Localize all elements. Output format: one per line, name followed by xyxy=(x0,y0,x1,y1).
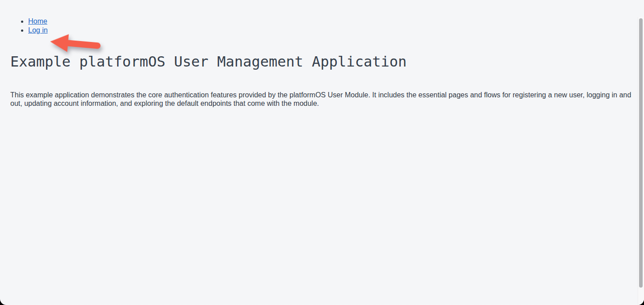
scrollbar[interactable] xyxy=(638,17,644,305)
bottom-window-shadow xyxy=(0,303,644,305)
nav-link-login[interactable]: Log in xyxy=(28,26,48,34)
page-content: Home Log in Example platformOS User Mana… xyxy=(0,17,644,305)
nav-link-home[interactable]: Home xyxy=(28,17,47,25)
scrollbar-thumb[interactable] xyxy=(639,18,643,288)
page-title: Example platformOS User Management Appli… xyxy=(10,53,634,70)
page-description: This example application demonstrates th… xyxy=(10,91,634,108)
nav-list-item: Home xyxy=(28,17,634,26)
annotation-arrow-icon xyxy=(48,31,103,56)
arrow-shape xyxy=(49,33,98,54)
nav-list-item: Log in xyxy=(28,26,634,35)
browser-page: Home Log in Example platformOS User Mana… xyxy=(0,0,644,305)
nav-list: Home Log in xyxy=(10,17,634,34)
